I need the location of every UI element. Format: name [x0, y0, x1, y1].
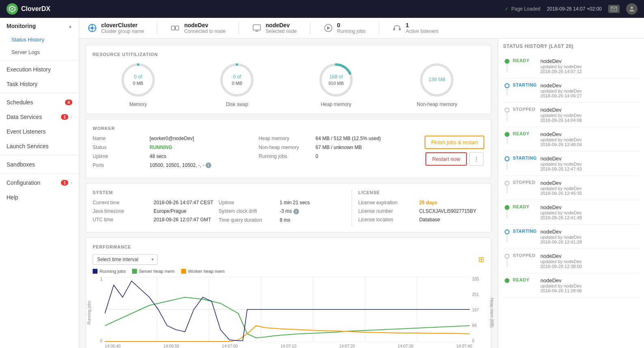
notification-icon[interactable] [608, 5, 620, 13]
task-history-label: Task History [7, 81, 37, 87]
clock-drift-val: -3 ms i [280, 208, 299, 214]
sidebar-item-task-history[interactable]: Task History [0, 77, 79, 91]
sh-status: STOPPED [513, 253, 537, 258]
sh-status: READY [513, 131, 537, 136]
topbar: CloverDX ✓ Page Loaded 2018-09-26 14:07 … [0, 0, 644, 18]
chart-settings-icon[interactable]: ⊞ [478, 255, 484, 264]
lic-location-row: License location Database [358, 217, 484, 223]
running-jobs-info: 0 Running jobs [323, 22, 379, 34]
utc-val: 2018-09-26 12:07:47 GMT [154, 217, 211, 223]
sh-time: 2018-09-26 12:41:49 [540, 215, 637, 220]
svg-point-1 [11, 8, 13, 10]
utc-row: UTC time 2018-09-26 12:07:47 GMT [93, 217, 219, 223]
time-query-val: 8 ms [280, 217, 290, 223]
sh-by: updated by nodeDev [540, 162, 637, 166]
sh-status: STOPPED [513, 107, 537, 112]
user-avatar[interactable] [626, 3, 637, 15]
sh-info: nodeDev updated by nodeDev 2018-09-26 14… [540, 107, 637, 123]
sh-info: nodeDev updated by nodeDev 2018-09-26 12… [540, 131, 637, 147]
worker-uptime-key: Uptime [93, 153, 150, 159]
nonheap-circle: 139 MB [418, 62, 455, 98]
sidebar-item-server-logs[interactable]: Server Logs [0, 46, 79, 58]
sh-timeline [505, 180, 510, 194]
monitoring-label: Monitoring [7, 23, 36, 29]
sidebar-item-launch-services[interactable]: Launch Services [0, 139, 79, 153]
sh-timeline [505, 82, 510, 96]
legend-running-jobs-label: Running jobs [100, 269, 126, 274]
sh-time: 2018-09-26 12:47:43 [540, 166, 637, 171]
sh-line [507, 161, 507, 169]
sh-time: 2018-09-26 12:38:00 [540, 264, 637, 269]
java-tz-key: Java timezone [93, 208, 154, 214]
finish-jobs-restart-button[interactable]: Finish jobs & restart [425, 136, 484, 149]
sh-info: nodeDev updated by nodeDev 2018-09-26 12… [540, 180, 637, 196]
x-label-1: 14:06:50 [163, 344, 179, 348]
resource-section: RESOURCE UTITILIZATION 0 of [86, 45, 491, 114]
sh-line [507, 210, 507, 218]
sidebar-item-sandboxes[interactable]: Sandboxes [0, 157, 79, 172]
worker-status-key: Status [93, 145, 150, 150]
worker-running-row: Running jobs 0 [259, 153, 425, 159]
datetime-display: 2018-09-26 14:07 +02:00 [547, 6, 602, 12]
y-left-top: 1 [100, 277, 102, 281]
legend-server-heap-dot [132, 269, 137, 274]
clock-drift-row: System clock drift -3 ms i [219, 208, 345, 214]
more-options-button[interactable]: ⋮ [469, 152, 484, 166]
memory-label: 0 of 0 MB [133, 74, 143, 86]
lic-expiration-row: License expiration 25 days [358, 200, 484, 205]
legend-running-jobs: Running jobs [93, 269, 126, 274]
license-title: LICENSE [358, 190, 484, 195]
worker-name-val: [worker0@nodeDev] [150, 136, 194, 141]
status-history-item: STARTING nodeDev updated by nodeDev 2018… [503, 78, 639, 103]
interval-dropdown-wrap[interactable]: Select time interval [93, 254, 158, 265]
left-panel: RESOURCE UTITILIZATION 0 of [79, 39, 498, 348]
status-history-item: STOPPED nodeDev updated by nodeDev 2018-… [503, 176, 639, 200]
time-query-row: Time query duration 8 ms [219, 217, 345, 223]
sidebar-item-status-history[interactable]: Status History [0, 33, 79, 46]
y-left-bottom: 0 [100, 339, 102, 343]
resource-title: RESOURCE UTITILIZATION [93, 52, 484, 57]
node2-subtitle: Selected node [266, 28, 297, 34]
restart-now-button[interactable]: Restart now [425, 152, 466, 166]
sh-dot [505, 108, 510, 112]
sh-time: 2018-09-26 14:07:12 [540, 69, 637, 74]
y-label-left: Running jobs [87, 301, 91, 324]
svg-rect-20 [393, 28, 395, 30]
cluster-icon [87, 23, 97, 33]
help-label: Help [7, 194, 18, 201]
sh-line [507, 112, 507, 121]
config-badge: 1 [61, 180, 68, 186]
sidebar-item-help[interactable]: Help [0, 190, 79, 205]
active-listeners-text: 1 Active listeners [406, 22, 439, 34]
clock-drift-info-btn[interactable]: i [293, 209, 299, 214]
ports-info-btn[interactable]: i [206, 162, 211, 168]
legend-worker-heap: Worker heap mem [181, 269, 225, 274]
sidebar-item-data-services[interactable]: Data Services 1 › [0, 110, 79, 124]
sh-by: updated by nodeDev [540, 186, 637, 191]
headphone-icon [392, 23, 402, 33]
main-layout: Monitoring ▲ Status History Server Logs … [0, 18, 644, 348]
monitoring-nav[interactable]: Monitoring ▲ [0, 18, 79, 33]
status-history-item: READY nodeDev updated by nodeDev 2018-09… [503, 200, 639, 225]
sidebar-item-schedules[interactable]: Schedules 4 [0, 95, 79, 110]
y-label-right: Heap mem (MB) [490, 298, 494, 327]
event-listeners-label: Event Listeners [7, 128, 46, 135]
sh-line [507, 234, 507, 242]
worker-status-val: RUNNING [150, 145, 172, 150]
license-col: LICENSE License expiration 25 days Licen… [358, 190, 484, 226]
sh-time: 2018-09-26 14:06:27 [540, 93, 637, 98]
sh-status: READY [513, 58, 537, 63]
legend-server-heap: Server heap mem [132, 269, 174, 274]
active-listeners-subtitle: Active listeners [406, 28, 439, 34]
sh-node: nodeDev [540, 82, 637, 89]
sh-by: updated by nodeDev [540, 259, 637, 264]
worker-uptime-row: Uptime 48 secs [93, 153, 259, 159]
interval-select[interactable]: Select time interval [93, 254, 158, 265]
sidebar-item-event-listeners[interactable]: Event Listeners [0, 124, 79, 139]
worker-nonheap-row: Non-heap memory 67 MB / unknown MB [259, 145, 425, 150]
sh-timeline [505, 107, 510, 121]
sidebar-item-execution-history[interactable]: Execution History [0, 62, 79, 77]
current-time-key: Current time [93, 200, 154, 205]
sidebar-item-configuration[interactable]: Configuration 1 › [0, 175, 79, 190]
sh-status: STARTING [513, 156, 537, 160]
